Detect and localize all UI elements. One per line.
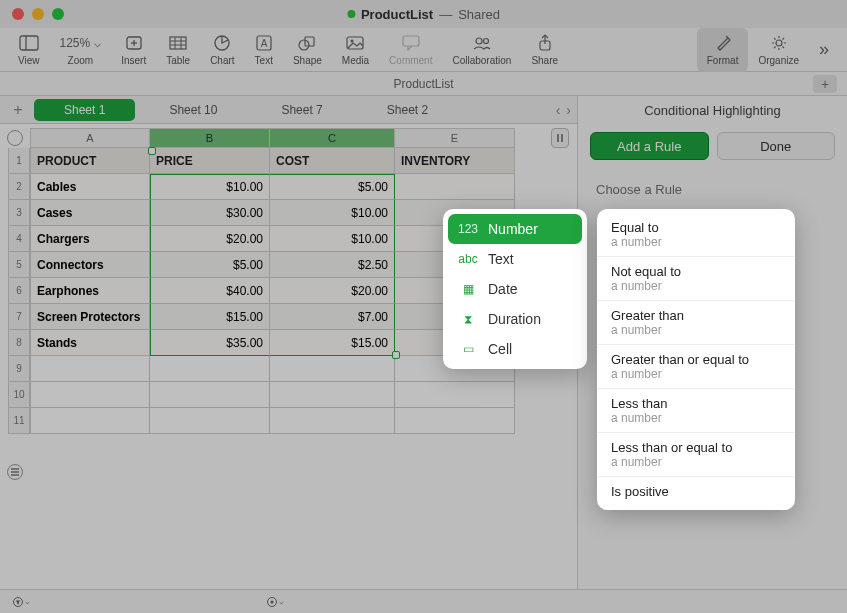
minimize-window-button[interactable] <box>32 8 44 20</box>
sheet-tab[interactable]: Sheet 7 <box>251 99 352 121</box>
cell[interactable] <box>150 382 270 408</box>
rule-category-number[interactable]: 123 Number <box>448 214 582 244</box>
row-header[interactable]: 1 <box>8 148 30 174</box>
cell[interactable]: $2.50 <box>270 252 395 278</box>
sheet-nav-prev-icon[interactable]: ‹ <box>556 102 561 118</box>
cell[interactable]: $10.00 <box>270 200 395 226</box>
cell[interactable]: $20.00 <box>150 226 270 252</box>
add-sheet-button[interactable]: + <box>4 98 32 122</box>
media-button[interactable]: Media <box>332 28 379 72</box>
rule-option[interactable]: Equal to a number <box>597 213 795 257</box>
chart-button[interactable]: Chart <box>200 28 244 72</box>
rule-category-duration[interactable]: ⧗ Duration <box>448 304 582 334</box>
share-button[interactable]: Share <box>521 28 568 72</box>
row-header[interactable]: 8 <box>8 330 30 356</box>
format-button[interactable]: Format <box>697 28 749 72</box>
cell[interactable] <box>270 382 395 408</box>
filter-icon[interactable]: ⌵ <box>12 593 30 611</box>
cell[interactable]: $10.00 <box>150 174 270 200</box>
document-name-bar: ProductList + <box>0 72 847 96</box>
cell[interactable] <box>270 356 395 382</box>
organize-button[interactable]: Organize <box>748 28 809 72</box>
rule-option[interactable]: Greater than a number <box>597 301 795 345</box>
row-header[interactable]: 10 <box>8 382 30 408</box>
column-header[interactable]: A <box>30 128 150 148</box>
table-handle-icon[interactable] <box>7 130 23 146</box>
rule-option[interactable]: Not equal to a number <box>597 257 795 301</box>
selection-handle-icon[interactable] <box>148 147 156 155</box>
cell[interactable]: Connectors <box>30 252 150 278</box>
sheet-nav-next-icon[interactable]: › <box>566 102 571 118</box>
cell[interactable] <box>30 408 150 434</box>
row-header[interactable]: 9 <box>8 356 30 382</box>
cell[interactable]: Cases <box>30 200 150 226</box>
cell[interactable] <box>150 356 270 382</box>
column-header[interactable]: C <box>270 128 395 148</box>
selection-handle-icon[interactable] <box>392 351 400 359</box>
table-button[interactable]: Table <box>156 28 200 72</box>
rule-option[interactable]: Greater than or equal to a number <box>597 345 795 389</box>
collaboration-button[interactable]: Collaboration <box>442 28 521 72</box>
cell[interactable]: $5.00 <box>270 174 395 200</box>
cell[interactable]: Stands <box>30 330 150 356</box>
row-header[interactable]: 6 <box>8 278 30 304</box>
hourglass-icon: ⧗ <box>458 312 478 326</box>
cell[interactable]: $5.00 <box>150 252 270 278</box>
add-sheet-corner-button[interactable]: + <box>813 75 837 93</box>
cell[interactable]: INVENTORY <box>395 148 515 174</box>
cell[interactable]: $30.00 <box>150 200 270 226</box>
sheet-tab[interactable]: Sheet 2 <box>357 99 458 121</box>
cell[interactable] <box>150 408 270 434</box>
cell[interactable]: Chargers <box>30 226 150 252</box>
cell[interactable]: $20.00 <box>270 278 395 304</box>
row-header[interactable]: 5 <box>8 252 30 278</box>
cell[interactable]: PRODUCT <box>30 148 150 174</box>
view-button[interactable]: View <box>8 28 50 72</box>
row-header[interactable]: 4 <box>8 226 30 252</box>
row-header[interactable]: 7 <box>8 304 30 330</box>
rule-option[interactable]: Less than or equal to a number <box>597 433 795 477</box>
status-action-icon[interactable]: ⌵ <box>266 593 284 611</box>
svg-rect-5 <box>170 37 186 49</box>
titlebar: ProductList — Shared <box>0 0 847 28</box>
toolbar-overflow-icon[interactable]: » <box>809 39 839 60</box>
cell[interactable]: $7.00 <box>270 304 395 330</box>
zoom-control[interactable]: 125%⌵ Zoom <box>50 28 112 72</box>
cell[interactable]: COST <box>270 148 395 174</box>
sheet-tab[interactable]: Sheet 10 <box>139 99 247 121</box>
column-header[interactable]: E <box>395 128 515 148</box>
column-header[interactable]: B <box>150 128 270 148</box>
cell[interactable]: Earphones <box>30 278 150 304</box>
done-button[interactable]: Done <box>717 132 836 160</box>
row-header[interactable]: 11 <box>8 408 30 434</box>
cell[interactable] <box>30 382 150 408</box>
column-handle-icon[interactable] <box>551 128 569 148</box>
close-window-button[interactable] <box>12 8 24 20</box>
chevron-down-icon: ⌵ <box>94 36 101 50</box>
cell[interactable] <box>270 408 395 434</box>
cell[interactable]: $10.00 <box>270 226 395 252</box>
maximize-window-button[interactable] <box>52 8 64 20</box>
add-rule-button[interactable]: Add a Rule <box>590 132 709 160</box>
cell[interactable]: $15.00 <box>270 330 395 356</box>
shape-button[interactable]: Shape <box>283 28 332 72</box>
rule-category-cell[interactable]: ▭ Cell <box>448 334 582 364</box>
cell[interactable]: Screen Protectors <box>30 304 150 330</box>
cell[interactable]: Cables <box>30 174 150 200</box>
cell[interactable]: $35.00 <box>150 330 270 356</box>
insert-button[interactable]: Insert <box>111 28 156 72</box>
cell[interactable]: $40.00 <box>150 278 270 304</box>
rule-category-date[interactable]: ▦ Date <box>448 274 582 304</box>
cell[interactable] <box>30 356 150 382</box>
sidebar-title: Conditional Highlighting <box>578 96 847 124</box>
cell[interactable]: $15.00 <box>150 304 270 330</box>
row-header[interactable]: 3 <box>8 200 30 226</box>
text-button[interactable]: A Text <box>245 28 283 72</box>
cell[interactable]: PRICE <box>150 148 270 174</box>
rule-option[interactable]: Less than a number <box>597 389 795 433</box>
rule-category-text[interactable]: abc Text <box>448 244 582 274</box>
sheet-tab[interactable]: Sheet 1 <box>34 99 135 121</box>
row-handle-icon[interactable] <box>7 464 23 480</box>
rule-option[interactable]: Is positive <box>597 477 795 506</box>
row-header[interactable]: 2 <box>8 174 30 200</box>
